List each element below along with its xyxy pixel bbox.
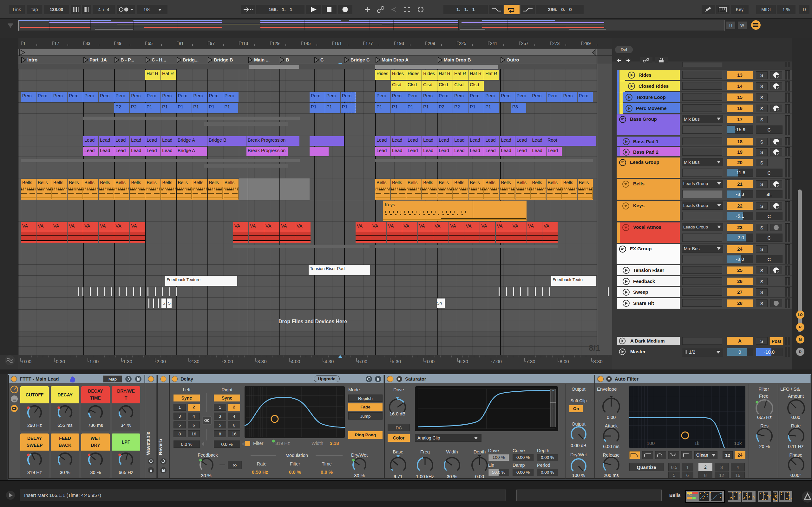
svg-text:∞: ∞ (233, 462, 237, 468)
svg-text:1k: 1k (694, 441, 699, 446)
svg-text:100: 100 (647, 441, 655, 446)
svg-text:10k: 10k (734, 441, 742, 446)
